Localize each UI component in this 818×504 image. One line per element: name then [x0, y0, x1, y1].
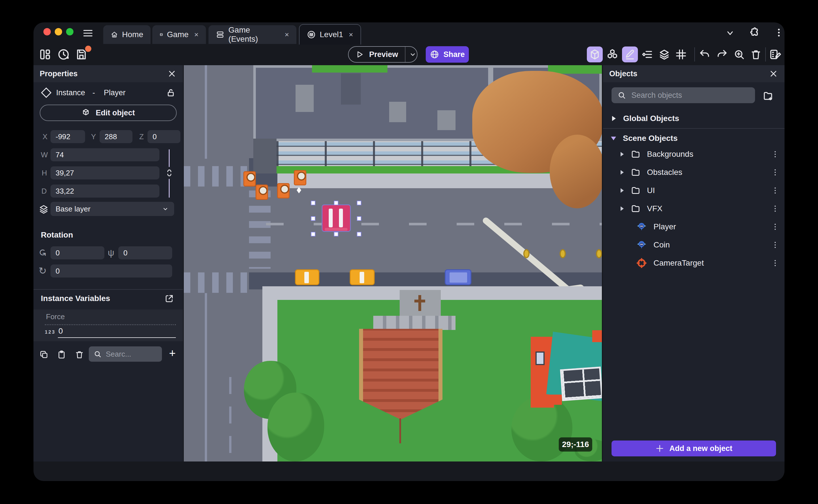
- history-button[interactable]: [57, 48, 70, 61]
- d-field[interactable]: [50, 185, 159, 198]
- tab-level1[interactable]: Level1 ×: [299, 24, 361, 45]
- window-menu-dots-icon[interactable]: [773, 27, 785, 38]
- x-field[interactable]: [50, 130, 85, 143]
- add-folder-icon[interactable]: [762, 90, 774, 101]
- selection-handle[interactable]: [334, 232, 338, 236]
- cone-obstacle[interactable]: [255, 185, 268, 200]
- row-menu-dots-icon[interactable]: [771, 204, 779, 213]
- lock-open-icon[interactable]: [166, 88, 176, 98]
- copy-icon[interactable]: [39, 350, 49, 359]
- taxi-car[interactable]: [295, 269, 319, 285]
- group-scene-objects[interactable]: Scene Objects: [603, 129, 785, 147]
- tab-game[interactable]: Game ×: [152, 25, 206, 44]
- view-3d-toggle[interactable]: [587, 46, 603, 62]
- y-field[interactable]: [100, 130, 132, 143]
- z-field[interactable]: [147, 130, 180, 143]
- tab-close-icon[interactable]: ×: [349, 30, 353, 39]
- extensions-puzzle-icon[interactable]: [748, 26, 761, 39]
- player-instance-selection[interactable]: [313, 203, 359, 234]
- blue-car[interactable]: [445, 269, 472, 285]
- selection-handle[interactable]: [334, 201, 338, 205]
- external-link-icon[interactable]: [164, 294, 174, 303]
- row-menu-dots-icon[interactable]: [771, 186, 779, 195]
- taxi-car[interactable]: [350, 269, 375, 285]
- cone-obstacle[interactable]: [294, 170, 306, 185]
- tree-item-cameratarget[interactable]: CameraTarget: [603, 254, 785, 272]
- scene-canvas[interactable]: 29;-116: [184, 65, 602, 461]
- redo-button[interactable]: [714, 46, 730, 62]
- tab-close-icon[interactable]: ×: [194, 30, 198, 39]
- selection-handle[interactable]: [357, 216, 361, 221]
- add-variable-button[interactable]: +: [169, 347, 175, 360]
- cone-obstacle[interactable]: [277, 183, 289, 198]
- preview-split-button[interactable]: Preview: [348, 46, 418, 63]
- layout-panels-button[interactable]: [39, 48, 52, 61]
- tab-home[interactable]: Home: [103, 25, 151, 44]
- selection-handle[interactable]: [311, 232, 315, 236]
- variable-name[interactable]: Force: [46, 312, 65, 321]
- objects-mode-button[interactable]: [605, 46, 620, 62]
- objects-search[interactable]: [612, 87, 755, 103]
- selection-handle[interactable]: [357, 232, 361, 236]
- group-global-objects[interactable]: Global Objects: [603, 109, 785, 128]
- instances-list-button[interactable]: [640, 46, 656, 62]
- tree-item-backgrounds[interactable]: Backgrounds: [603, 145, 785, 163]
- selection-handle[interactable]: [311, 216, 315, 221]
- tree-item-obstacles[interactable]: Obstacles: [603, 163, 785, 181]
- coin-instance[interactable]: [596, 249, 602, 258]
- save-button[interactable]: [75, 48, 88, 61]
- selection-handle[interactable]: [311, 201, 315, 205]
- row-menu-dots-icon[interactable]: [771, 223, 779, 231]
- cone-obstacle[interactable]: [243, 171, 256, 187]
- objects-search-input[interactable]: [631, 91, 740, 100]
- variables-search-input[interactable]: [105, 350, 155, 359]
- traffic-light-zoom[interactable]: [66, 28, 73, 35]
- edit-mode-toggle[interactable]: [622, 46, 638, 62]
- hamburger-menu-icon[interactable]: [82, 29, 94, 38]
- roof-slot: [341, 73, 361, 105]
- rotation-x-field[interactable]: [50, 246, 104, 259]
- close-icon[interactable]: [769, 69, 778, 79]
- row-menu-dots-icon[interactable]: [771, 259, 779, 267]
- building-roof[interactable]: [253, 65, 491, 141]
- row-menu-dots-icon[interactable]: [771, 168, 779, 177]
- tower-neck[interactable]: [399, 290, 441, 317]
- rotation-y-field[interactable]: [118, 246, 172, 259]
- undo-button[interactable]: [697, 46, 713, 62]
- w-field[interactable]: [50, 148, 159, 161]
- tree-item-vfx[interactable]: VFX: [603, 200, 785, 218]
- tree-item-ui[interactable]: UI: [603, 181, 785, 200]
- add-new-object-button[interactable]: Add a new object: [612, 441, 776, 456]
- share-button[interactable]: Share: [426, 46, 469, 63]
- paste-clipboard-icon[interactable]: [57, 350, 66, 359]
- window-chevron-down-icon[interactable]: [724, 29, 736, 38]
- rotation-z-field[interactable]: [50, 264, 172, 278]
- layers-panel-button[interactable]: [656, 46, 672, 62]
- h-field[interactable]: [50, 166, 159, 179]
- tree-item-coin[interactable]: Coin: [603, 236, 785, 254]
- close-icon[interactable]: [167, 69, 177, 79]
- grid-toggle-button[interactable]: [673, 46, 689, 62]
- tree-item-player[interactable]: Player: [603, 218, 785, 236]
- variable-value[interactable]: 0: [58, 327, 63, 336]
- coin-instance[interactable]: [560, 249, 566, 258]
- park-tree[interactable]: [267, 393, 324, 461]
- player-car[interactable]: [322, 204, 351, 232]
- tab-game-events[interactable]: Game (Events) ×: [208, 25, 296, 44]
- edit-object-button[interactable]: Edit object: [40, 105, 177, 121]
- trash-small-icon[interactable]: [75, 350, 84, 359]
- selection-handle[interactable]: [357, 201, 361, 205]
- traffic-light-close[interactable]: [43, 28, 51, 35]
- delete-button[interactable]: [748, 46, 764, 62]
- tab-close-icon[interactable]: ×: [285, 30, 289, 39]
- coin-instance[interactable]: [523, 249, 530, 258]
- traffic-light-minimize[interactable]: [55, 28, 62, 35]
- zoom-in-button[interactable]: [731, 46, 747, 62]
- row-menu-dots-icon[interactable]: [771, 150, 779, 158]
- preview-chevron-down-icon[interactable]: [409, 50, 417, 59]
- link-chain-icon[interactable]: [164, 169, 174, 177]
- open-events-editor-button[interactable]: [768, 46, 783, 62]
- layer-select[interactable]: Base layer: [50, 202, 174, 216]
- variables-search[interactable]: [89, 346, 162, 362]
- row-menu-dots-icon[interactable]: [771, 241, 779, 249]
